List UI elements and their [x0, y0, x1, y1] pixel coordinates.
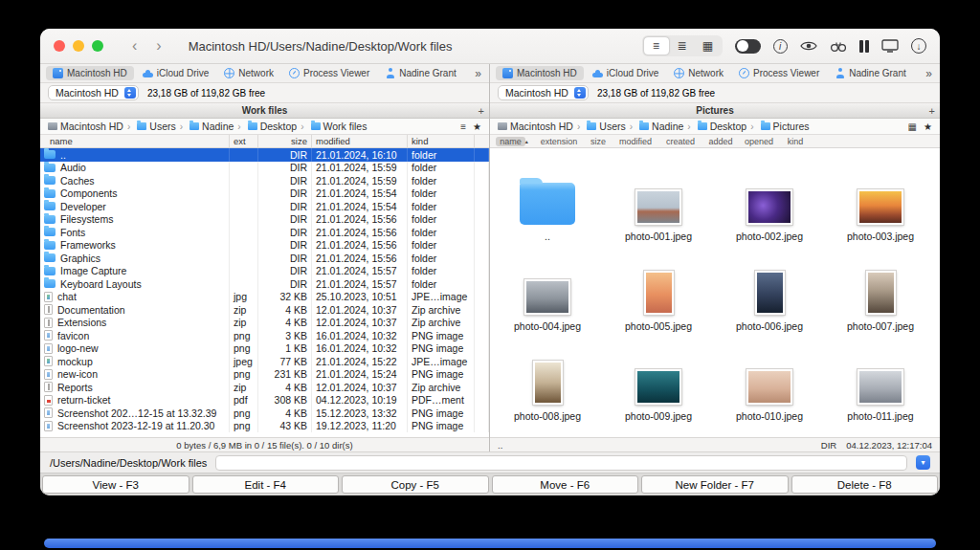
favorite-item[interactable]: iCloud Drive [586, 66, 665, 80]
column-header[interactable]: name [40, 135, 230, 147]
favorite-item[interactable]: Nadine Grant [378, 66, 462, 80]
file-row[interactable]: Screenshot 202…12-15 at 13.32.39 png 4 K… [40, 407, 489, 420]
favorite-item[interactable]: Process Viewer [732, 66, 826, 80]
column-header[interactable]: modified [312, 135, 408, 147]
grid-item[interactable]: photo-004.jpeg [492, 244, 603, 334]
back-button[interactable]: ‹ [126, 38, 143, 54]
tab-work-files[interactable]: Work files [40, 105, 489, 116]
file-row[interactable]: Reports zip 4 KB 12.01.2024, 10:37 Zip a… [40, 381, 489, 394]
breadcrumb-item[interactable]: Macintosh HD [496, 121, 575, 132]
column-header[interactable]: opened [739, 135, 779, 147]
search-binoculars-icon[interactable] [830, 40, 847, 53]
grid-item[interactable]: photo-002.jpeg [714, 154, 825, 244]
favorite-item[interactable]: Nadine Grant [828, 66, 912, 80]
grid-view-icon[interactable]: ▦ [908, 121, 917, 132]
breadcrumb-item[interactable]: Work files [299, 121, 368, 132]
breadcrumb-item[interactable]: Desktop [685, 121, 748, 132]
grid-item[interactable]: photo-011.jpeg [825, 334, 936, 424]
command-input[interactable] [215, 455, 907, 471]
file-row[interactable]: logo-new png 1 KB 16.01.2024, 10:32 PNG … [40, 342, 489, 356]
column-header[interactable]: ext [230, 135, 258, 147]
grid-item[interactable]: photo-005.jpeg [603, 244, 714, 334]
file-row[interactable]: favicon png 3 KB 16.01.2024, 10:32 PNG i… [40, 329, 489, 342]
breadcrumb-item[interactable]: Pictures [748, 121, 811, 132]
file-row[interactable]: Screenshot 2023-12-19 at 11.20.30 png 43… [40, 420, 489, 433]
drive-select[interactable]: Macintosh HD [498, 85, 589, 100]
file-row[interactable]: Image Capture DIR 21.01.2024, 15:57 fold… [40, 265, 489, 278]
column-header[interactable]: created [658, 135, 702, 147]
grid-item[interactable]: photo-009.jpeg [603, 334, 714, 424]
file-row[interactable]: Audio DIR 21.01.2024, 15:59 folder [40, 162, 489, 175]
breadcrumb-item[interactable]: Nadine [178, 121, 236, 132]
view-mode-button[interactable]: ≡ [644, 37, 669, 55]
function-key-button[interactable]: New Folder - F7 [641, 475, 789, 494]
favorites-overflow-chevron[interactable]: » [473, 67, 483, 80]
function-key-button[interactable]: Move - F6 [492, 475, 639, 494]
file-row[interactable]: Components DIR 21.01.2024, 15:54 folder [40, 187, 489, 201]
zoom-button[interactable] [92, 40, 103, 52]
breadcrumb-item[interactable]: Desktop [235, 121, 299, 132]
column-header[interactable]: name▴ [490, 135, 534, 147]
theme-toggle[interactable] [735, 39, 761, 54]
screen-sharing-icon[interactable] [881, 39, 899, 53]
file-row[interactable]: Developer DIR 21.01.2024, 15:54 folder [40, 200, 489, 213]
command-history-button[interactable]: ▾ [916, 455, 930, 470]
favorites-overflow-chevron[interactable]: » [924, 67, 934, 80]
file-row[interactable]: Documentation zip 4 KB 12.01.2024, 10:37… [40, 303, 489, 317]
favorite-item[interactable]: iCloud Drive [136, 66, 215, 80]
drive-select[interactable]: Macintosh HD [48, 85, 139, 100]
breadcrumb-item[interactable]: Macintosh HD [46, 121, 125, 132]
grid-item[interactable]: photo-010.jpeg [714, 334, 825, 424]
list-view-icon[interactable]: ≡ [460, 121, 466, 132]
download-icon[interactable]: ↓ [911, 38, 926, 54]
function-key-button[interactable]: Edit - F4 [192, 475, 340, 494]
file-row[interactable]: chat jpg 32 KB 25.10.2023, 10:51 JPE…ima… [40, 291, 489, 304]
breadcrumb-item[interactable]: Users [125, 121, 178, 132]
new-tab-button[interactable]: + [479, 103, 484, 118]
file-row[interactable]: Keyboard Layouts DIR 21.01.2024, 15:57 f… [40, 277, 489, 291]
file-row[interactable]: Fonts DIR 21.01.2024, 15:56 folder [40, 226, 489, 239]
file-row[interactable]: .. DIR 21.01.2024, 16:10 folder [40, 148, 489, 162]
function-key-button[interactable]: Copy - F5 [342, 475, 489, 494]
grid-item[interactable]: photo-006.jpeg [714, 244, 825, 334]
file-row[interactable]: Extensions zip 4 KB 12.01.2024, 10:37 Zi… [40, 317, 489, 330]
file-row[interactable]: Caches DIR 21.01.2024, 15:59 folder [40, 174, 489, 187]
column-header[interactable]: extension [534, 135, 584, 147]
breadcrumb-item[interactable]: Nadine [628, 121, 686, 132]
function-key-button[interactable]: View - F3 [42, 475, 189, 494]
file-row[interactable]: Filesystems DIR 21.01.2024, 15:56 folder [40, 213, 489, 227]
file-row[interactable]: return-ticket pdf 308 KB 04.12.2023, 10:… [40, 394, 489, 407]
bookmark-star-icon[interactable]: ★ [473, 121, 481, 132]
file-row[interactable]: mockup jpeg 77 KB 21.01.2024, 15:22 JPE…… [40, 355, 489, 368]
grid-item[interactable]: photo-003.jpeg [825, 154, 936, 244]
bookmark-star-icon[interactable]: ★ [924, 121, 932, 132]
file-row[interactable]: new-icon png 231 KB 21.01.2024, 15:24 PN… [40, 368, 489, 382]
preview-eye-icon[interactable] [800, 40, 817, 52]
info-icon[interactable]: i [773, 39, 788, 54]
file-row[interactable]: Frameworks DIR 21.01.2024, 15:56 folder [40, 239, 489, 253]
breadcrumb-item[interactable]: Users [575, 121, 628, 132]
column-header[interactable]: modified [612, 135, 658, 147]
favorite-item[interactable]: Network [667, 66, 730, 80]
grid-item[interactable]: photo-001.jpeg [603, 154, 714, 244]
favorite-item[interactable]: Macintosh HD [46, 66, 134, 80]
view-mode-button[interactable]: ▦ [696, 37, 721, 55]
favorite-item[interactable]: Process Viewer [282, 66, 376, 80]
forward-button[interactable]: › [150, 38, 167, 54]
grid-item[interactable]: photo-007.jpeg [825, 244, 936, 334]
tab-pictures[interactable]: Pictures [490, 105, 940, 116]
column-header[interactable]: size [584, 135, 612, 147]
minimize-button[interactable] [73, 40, 84, 52]
file-row[interactable]: Graphics DIR 21.01.2024, 15:56 folder [40, 252, 489, 265]
close-button[interactable] [54, 40, 65, 52]
function-key-button[interactable]: Delete - F8 [791, 475, 939, 494]
column-header[interactable]: kind [408, 135, 475, 147]
grid-item[interactable]: photo-008.jpeg [492, 334, 603, 424]
view-mode-button[interactable]: ≣ [670, 37, 695, 55]
column-header[interactable]: added [702, 135, 739, 147]
grid-item[interactable]: .. [492, 154, 603, 244]
panes-layout-icon[interactable] [859, 40, 870, 53]
column-header[interactable]: kind [779, 135, 812, 147]
favorite-item[interactable]: Network [217, 66, 280, 80]
column-header[interactable]: size [258, 135, 312, 147]
